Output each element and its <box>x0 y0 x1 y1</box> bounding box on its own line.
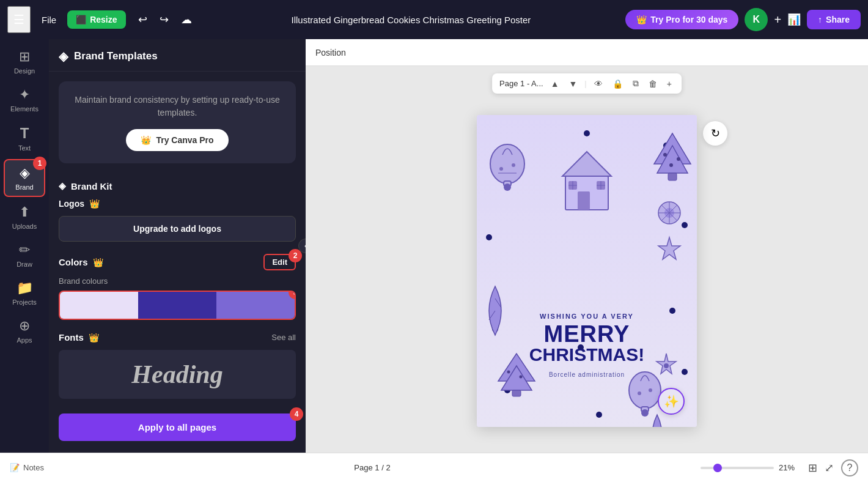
panel-header-title: Brand Templates <box>74 50 158 62</box>
plus-button[interactable]: + <box>774 13 781 27</box>
notes-button[interactable]: 📝 Notes <box>10 463 44 472</box>
share-icon: ↑ <box>818 15 822 24</box>
page-up-button[interactable]: ▲ <box>548 78 562 90</box>
canva-crown-icon: 👑 <box>141 135 151 145</box>
color-swatch-3[interactable] <box>216 292 295 319</box>
sidebar-label-draw: Draw <box>17 261 32 268</box>
page-trash-button[interactable]: 🗑 <box>646 78 660 90</box>
undo-button[interactable]: ↩ <box>133 8 152 31</box>
page-controls: Page 1 - A... ▲ ▼ | 👁 🔒 ⧉ 🗑 + <box>492 73 682 94</box>
svg-marker-17 <box>654 133 691 164</box>
avatar-button[interactable]: K <box>745 8 768 31</box>
sidebar-item-elements[interactable]: ✦ Elements <box>4 82 45 117</box>
svg-point-45 <box>638 391 641 395</box>
svg-point-13 <box>504 184 511 191</box>
magic-button[interactable]: ✨ <box>658 388 685 415</box>
page-lock-button[interactable]: 🔒 <box>610 78 625 90</box>
crown-icon: 👑 <box>636 15 647 24</box>
design-icon: ⊞ <box>19 49 30 65</box>
svg-rect-25 <box>578 191 590 210</box>
sidebar-item-brand[interactable]: 1 ◈ Brand <box>4 159 45 197</box>
sidebar-item-design[interactable]: ⊞ Design <box>4 44 45 80</box>
page-duplicate-button[interactable]: ⧉ <box>630 77 641 90</box>
sidebar-item-draw[interactable]: ✏ Draw <box>4 237 45 273</box>
apps-icon: ⊕ <box>19 318 30 334</box>
document-title: Illustrated Gingerbread Cookies Christma… <box>202 15 621 25</box>
grid-view-button[interactable]: ⊞ <box>808 461 817 475</box>
resize-button[interactable]: ⬛ Resize <box>67 10 125 29</box>
svg-point-4 <box>682 222 688 228</box>
svg-point-2 <box>663 143 669 149</box>
position-label: Position <box>315 48 346 57</box>
colors-crown-icon: 👑 <box>93 258 103 267</box>
share-button[interactable]: ↑ Share <box>807 10 861 29</box>
projects-icon: 📁 <box>17 280 33 296</box>
svg-point-1 <box>584 130 590 136</box>
color-swatch-1[interactable] <box>60 292 138 319</box>
redo-button[interactable]: ↪ <box>155 8 174 31</box>
page-add-button[interactable]: + <box>664 78 674 90</box>
brand-colours-label: Brand colours <box>59 276 296 286</box>
svg-point-10 <box>596 412 602 418</box>
sidebar-label-design: Design <box>14 67 35 75</box>
topbar-right: 👑 Try Pro for 30 days K + 📊 ↑ Share <box>625 8 861 31</box>
poster-illustration <box>477 115 697 427</box>
bottom-bar: 📝 Notes Page 1 / 2 21% ⊞ ⤢ ? <box>0 453 868 482</box>
edit-colors-button[interactable]: Edit 2 <box>263 254 296 270</box>
file-button[interactable]: File <box>35 11 62 29</box>
page-eye-button[interactable]: 👁 <box>592 78 605 90</box>
svg-line-33 <box>495 298 501 308</box>
see-all-button[interactable]: See all <box>271 333 296 342</box>
panel-header: ◈ Brand Templates <box>49 39 306 72</box>
text-icon: T <box>20 125 29 142</box>
canvas-scroll[interactable]: Page 1 - A... ▲ ▼ | 👁 🔒 ⧉ 🗑 + ↻ <box>306 66 868 453</box>
upgrade-logos-button[interactable]: Upgrade to add logos <box>59 216 296 242</box>
svg-rect-26 <box>568 181 577 190</box>
merry-text: MERRY <box>477 322 697 346</box>
sidebar-label-text: Text <box>18 144 31 152</box>
christmas-text: CHRISTMAS! <box>477 346 697 364</box>
help-button[interactable]: ? <box>841 459 858 476</box>
svg-line-52 <box>661 205 677 221</box>
poster-text-area: WISHING YOU A VERY MERRY CHRISTMAS! Borc… <box>477 313 697 378</box>
topbar: ☰ File ⬛ Resize ↩ ↪ ☁ Illustrated Ginger… <box>0 0 868 39</box>
svg-marker-18 <box>657 146 688 173</box>
svg-line-51 <box>661 205 677 221</box>
color-swatch-2[interactable] <box>138 292 216 319</box>
sidebar-item-uploads[interactable]: ⬆ Uploads <box>4 199 45 235</box>
main-layout: ⊞ Design ✦ Elements T Text 1 ◈ Brand ⬆ U… <box>0 39 868 453</box>
zoom-slider[interactable] <box>701 467 774 469</box>
sidebar-label-projects: Projects <box>12 298 37 306</box>
badge-1: 1 <box>33 157 46 170</box>
resize-icon: ⬛ <box>76 15 86 24</box>
expand-button[interactable]: ⤢ <box>825 461 834 475</box>
elements-icon: ✦ <box>19 87 30 103</box>
fonts-header: Fonts 👑 See all <box>59 332 296 343</box>
sidebar-item-apps[interactable]: ⊕ Apps <box>4 313 45 349</box>
menu-icon[interactable]: ☰ <box>7 6 31 33</box>
save-button[interactable]: ☁ <box>176 8 197 31</box>
svg-point-21 <box>677 157 680 161</box>
colors-header: Colors 👑 Edit 2 <box>59 254 296 270</box>
chart-button[interactable]: 📊 <box>787 13 801 26</box>
svg-point-46 <box>649 388 652 392</box>
svg-rect-37 <box>512 390 521 396</box>
brand-panel: ◈ Brand Templates Maintain brand consist… <box>49 39 306 453</box>
brand-text: Borcelle administration <box>477 371 697 378</box>
refresh-button[interactable]: ↻ <box>703 121 727 146</box>
sidebar-item-text[interactable]: T Text <box>4 120 45 157</box>
svg-rect-24 <box>565 176 608 210</box>
try-pro-button[interactable]: 👑 Try Pro for 30 days <box>625 10 738 29</box>
sidebar-item-projects[interactable]: 📁 Projects <box>4 275 45 311</box>
try-canva-pro-button[interactable]: 👑 Try Canva Pro <box>126 129 228 151</box>
fonts-section: Fonts 👑 See all Heading <box>49 327 306 413</box>
page-down-button[interactable]: ▼ <box>566 78 579 90</box>
sidebar-label-apps: Apps <box>17 336 32 344</box>
svg-point-14 <box>499 167 503 171</box>
template-description: Maintain brand consistency by setting up… <box>71 94 284 119</box>
notes-icon: 📝 <box>10 463 20 472</box>
svg-point-20 <box>663 153 667 157</box>
apply-to-all-pages-button[interactable]: Apply to all pages 4 <box>59 413 296 441</box>
logos-crown-icon: 👑 <box>89 199 100 209</box>
svg-rect-43 <box>641 407 649 412</box>
